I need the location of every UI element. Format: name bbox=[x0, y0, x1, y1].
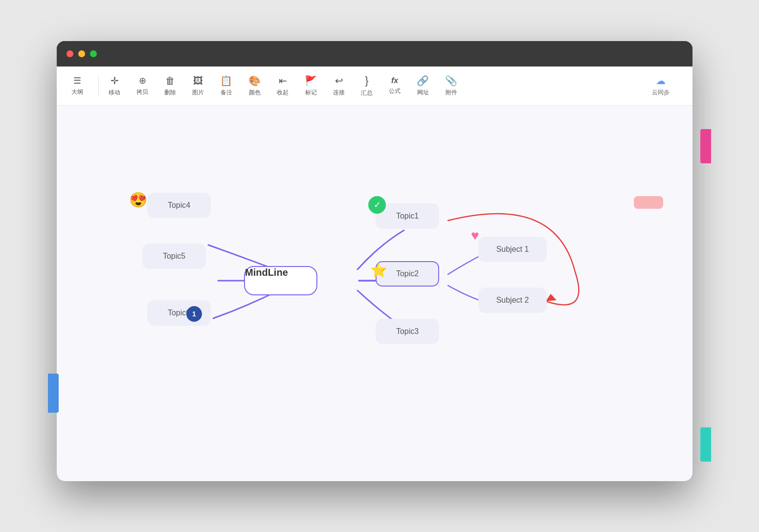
toolbar-flag[interactable]: 🚩 标记 bbox=[297, 66, 325, 105]
check-circle-icon: ✓ bbox=[368, 196, 386, 214]
toolbar-attach[interactable]: 📎 附件 bbox=[437, 66, 466, 105]
summary-icon: } bbox=[365, 74, 368, 87]
topic3-node[interactable]: Topic3 bbox=[376, 319, 439, 344]
move-icon: ✛ bbox=[111, 75, 119, 87]
mindmap-connections bbox=[57, 106, 692, 481]
outline-icon: ☰ bbox=[73, 75, 81, 86]
cloud-label: 云同步 bbox=[652, 89, 670, 97]
topic4-label: Topic4 bbox=[168, 201, 190, 210]
color-label: 颜色 bbox=[249, 89, 261, 97]
copy-icon: ⊕ bbox=[139, 75, 146, 86]
collapse-icon: ⇤ bbox=[279, 75, 287, 87]
svg-marker-0 bbox=[546, 294, 557, 301]
formula-label: 公式 bbox=[389, 87, 401, 95]
toolbar-cloud[interactable]: ☁ 云同步 bbox=[644, 66, 678, 105]
center-label: MindLine bbox=[245, 267, 288, 278]
topic5-label: Topic5 bbox=[163, 252, 185, 261]
delete-icon: 🗑 bbox=[165, 75, 175, 87]
toolbar: ☰ 大纲 ✛ 移动 ⊕ 拷贝 🗑 删除 🖼 图片 📋 bbox=[57, 66, 692, 106]
topic2-label: Topic2 bbox=[396, 269, 419, 278]
maximize-button[interactable] bbox=[90, 50, 97, 57]
toolbar-copy[interactable]: ⊕ 拷贝 bbox=[129, 66, 156, 105]
deco-teal-tab bbox=[700, 427, 711, 462]
copy-label: 拷贝 bbox=[136, 88, 148, 96]
attach-icon: 📎 bbox=[445, 75, 457, 87]
subject1-node[interactable]: Subject 1 bbox=[478, 237, 547, 262]
link-label: 连接 bbox=[333, 89, 345, 97]
minimize-button[interactable] bbox=[78, 50, 85, 57]
topic5-node[interactable]: Topic5 bbox=[142, 244, 206, 269]
url-label: 网址 bbox=[417, 89, 429, 97]
note-label: 备注 bbox=[221, 89, 232, 97]
image-icon: 🖼 bbox=[193, 75, 203, 87]
summary-label: 汇总 bbox=[361, 89, 373, 97]
toolbar-move[interactable]: ✛ 移动 bbox=[101, 66, 129, 105]
toolbar-note[interactable]: 📋 备注 bbox=[212, 66, 241, 105]
titlebar bbox=[57, 41, 692, 66]
topic1-label: Topic1 bbox=[396, 212, 419, 221]
pink-label-rect bbox=[634, 196, 663, 209]
toolbar-separator-1 bbox=[98, 76, 99, 96]
toolbar-summary[interactable]: } 汇总 bbox=[353, 66, 381, 105]
outline-label: 大纲 bbox=[71, 88, 83, 96]
toolbar-outline[interactable]: ☰ 大纲 bbox=[71, 66, 91, 105]
toolbar-link[interactable]: ↩ 连接 bbox=[325, 66, 353, 105]
url-icon: 🔗 bbox=[417, 75, 429, 87]
flag-label: 标记 bbox=[305, 89, 317, 97]
center-node[interactable]: MindLine bbox=[244, 266, 317, 295]
subject2-node[interactable]: Subject 2 bbox=[478, 288, 547, 313]
move-label: 移动 bbox=[109, 89, 120, 97]
toolbar-image[interactable]: 🖼 图片 bbox=[184, 66, 212, 105]
toolbar-url[interactable]: 🔗 网址 bbox=[409, 66, 437, 105]
note-icon: 📋 bbox=[220, 75, 232, 87]
link-icon: ↩ bbox=[335, 75, 343, 87]
star-icon: ⭐ bbox=[370, 262, 387, 278]
toolbar-delete[interactable]: 🗑 删除 bbox=[156, 66, 184, 105]
color-icon: 🎨 bbox=[248, 75, 261, 87]
heart-icon: ♥ bbox=[471, 228, 479, 244]
toolbar-color[interactable]: 🎨 颜色 bbox=[241, 66, 269, 105]
emoji-smiling-hearts: 😍 bbox=[129, 191, 147, 208]
deco-pink-tab bbox=[700, 129, 711, 163]
topic3-label: Topic3 bbox=[396, 327, 419, 336]
collapse-label: 收起 bbox=[277, 89, 289, 97]
deco-blue-tab bbox=[48, 374, 59, 413]
delete-label: 删除 bbox=[164, 89, 176, 97]
formula-icon: fx bbox=[391, 76, 398, 85]
mindmap-canvas[interactable]: 😍 Topic4 Topic5 1 Topic6 MindLine bbox=[57, 106, 692, 481]
badge-number-1: 1 bbox=[186, 306, 202, 322]
window-wrapper: ☰ 大纲 ✛ 移动 ⊕ 拷贝 🗑 删除 🖼 图片 📋 bbox=[57, 41, 702, 491]
subject1-label: Subject 1 bbox=[496, 245, 529, 254]
subject2-label: Subject 2 bbox=[496, 296, 529, 305]
attach-label: 附件 bbox=[446, 89, 457, 97]
flag-icon: 🚩 bbox=[305, 75, 317, 87]
app-window: ☰ 大纲 ✛ 移动 ⊕ 拷贝 🗑 删除 🖼 图片 📋 bbox=[57, 41, 692, 481]
toolbar-collapse[interactable]: ⇤ 收起 bbox=[269, 66, 297, 105]
image-label: 图片 bbox=[192, 89, 204, 97]
close-button[interactable] bbox=[67, 50, 73, 57]
toolbar-formula[interactable]: fx 公式 bbox=[381, 66, 409, 105]
topic4-node[interactable]: Topic4 bbox=[147, 193, 211, 218]
cloud-icon: ☁ bbox=[656, 75, 666, 87]
